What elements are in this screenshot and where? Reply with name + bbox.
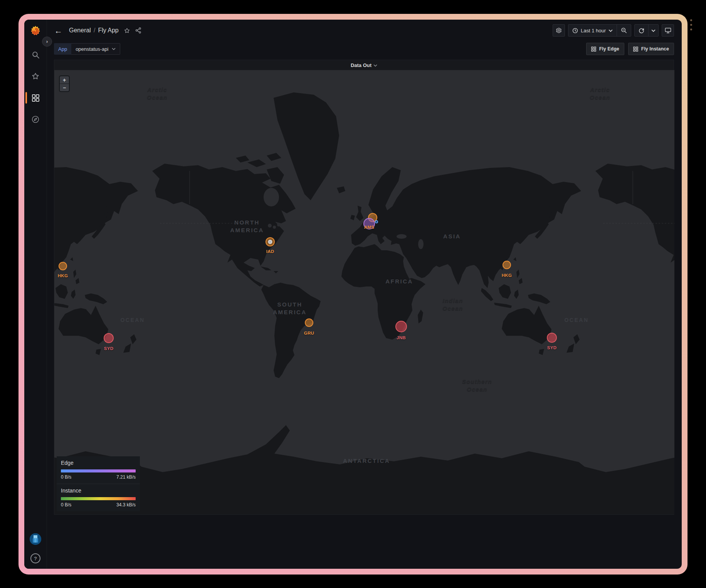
map-marker-syd[interactable] bbox=[104, 333, 114, 343]
legend-min: 0 B/s bbox=[61, 474, 71, 480]
sidebar-item-search[interactable] bbox=[24, 50, 47, 60]
map-legend: Edge0 B/s7.21 kB/sInstance0 B/s34.3 kB/s bbox=[57, 456, 140, 511]
map-marker-ams[interactable] bbox=[363, 218, 375, 230]
map-marker-iad[interactable] bbox=[266, 237, 275, 246]
map-marker[interactable] bbox=[375, 220, 378, 223]
legend-gradient-bar bbox=[61, 497, 136, 500]
breadcrumb-dashboard[interactable]: Fly App bbox=[98, 27, 118, 34]
sidebar-item-explore[interactable] bbox=[24, 114, 47, 124]
compass-icon bbox=[31, 115, 40, 124]
fly-edge-button[interactable]: Fly Edge bbox=[586, 43, 624, 55]
top-navbar: ← General / Fly App bbox=[47, 20, 682, 41]
legend-max: 7.21 kB/s bbox=[116, 474, 136, 480]
time-range-picker[interactable]: Last 1 hour bbox=[568, 25, 617, 36]
tv-mode-button[interactable] bbox=[662, 24, 674, 37]
legend-range: 0 B/s7.21 kB/s bbox=[61, 474, 136, 480]
fly-instance-label: Fly Instance bbox=[641, 46, 669, 52]
help-glyph: ? bbox=[34, 556, 37, 561]
panel-title: Data Out bbox=[351, 62, 371, 68]
clock-icon bbox=[572, 28, 578, 34]
time-range-label: Last 1 hour bbox=[581, 28, 606, 34]
map-marker-syd[interactable] bbox=[547, 333, 557, 343]
legend-title: Edge bbox=[61, 460, 136, 466]
window-frame: › bbox=[18, 14, 688, 575]
sidebar-item-dashboards[interactable] bbox=[24, 93, 47, 103]
legend-range: 0 B/s34.3 kB/s bbox=[61, 502, 136, 508]
grafana-logo-icon[interactable] bbox=[30, 25, 41, 37]
geomap-panel: Data Out bbox=[54, 60, 674, 515]
app-variable-value: openstatus-api bbox=[76, 46, 108, 52]
legend-title: Instance bbox=[61, 487, 136, 494]
refresh-group bbox=[634, 24, 659, 37]
map-marker-inner-dot bbox=[268, 240, 272, 244]
sidebar-item-starred[interactable] bbox=[24, 71, 47, 81]
sidebar: › bbox=[24, 20, 47, 569]
refresh-interval-dropdown[interactable] bbox=[649, 25, 658, 36]
chevron-down-icon bbox=[112, 48, 116, 50]
dashboards-grid-icon bbox=[32, 94, 40, 102]
app-variable-value-dropdown[interactable]: openstatus-api bbox=[71, 43, 120, 55]
apps-grid-icon bbox=[633, 47, 638, 52]
dashboard-settings-button[interactable] bbox=[553, 24, 565, 37]
user-avatar[interactable] bbox=[30, 533, 41, 545]
zoom-out-time-button[interactable] bbox=[617, 25, 631, 36]
app-variable-label[interactable]: App bbox=[54, 43, 71, 55]
breadcrumb: General / Fly App bbox=[69, 27, 119, 34]
legend-max: 34.3 kB/s bbox=[116, 502, 136, 508]
panel-header[interactable]: Data Out bbox=[54, 60, 674, 70]
refresh-button[interactable] bbox=[635, 25, 648, 36]
breadcrumb-separator: / bbox=[94, 27, 95, 34]
search-icon bbox=[32, 51, 40, 59]
sidebar-expand-button[interactable]: › bbox=[42, 37, 52, 47]
variables-bar: App openstatus-api Fly Edg bbox=[47, 41, 682, 57]
time-picker-group: Last 1 hour bbox=[568, 24, 631, 37]
zoom-out-button[interactable]: − bbox=[60, 84, 69, 91]
chevron-down-icon bbox=[609, 29, 613, 32]
legend-min: 0 B/s bbox=[61, 502, 71, 508]
back-arrow-button[interactable]: ← bbox=[53, 26, 64, 35]
star-icon bbox=[31, 72, 40, 80]
wallpaper-dots bbox=[690, 19, 692, 30]
refresh-icon bbox=[639, 28, 644, 34]
breadcrumb-folder[interactable]: General bbox=[69, 27, 91, 34]
legend-gradient-bar bbox=[61, 469, 136, 472]
map-zoom-control: + − bbox=[59, 75, 70, 92]
magnifier-minus-icon bbox=[621, 27, 627, 34]
app-variable: App openstatus-api bbox=[54, 43, 120, 55]
chevron-down-icon bbox=[373, 64, 377, 67]
chevron-down-icon bbox=[651, 29, 656, 32]
fly-instance-button[interactable]: Fly Instance bbox=[628, 43, 674, 55]
favorite-star-icon[interactable] bbox=[124, 27, 130, 34]
map-marker-hkg[interactable] bbox=[59, 262, 67, 270]
main-content: ← General / Fly App bbox=[47, 20, 682, 569]
map-marker-jnb[interactable] bbox=[395, 321, 407, 332]
grafana-app: › bbox=[24, 20, 682, 569]
map-marker-gru[interactable] bbox=[305, 318, 313, 327]
map-marker-hkg[interactable] bbox=[503, 261, 511, 269]
monitor-icon bbox=[665, 27, 671, 34]
geomap-canvas[interactable]: + − Edge0 B/s7.21 kB/sInstance0 B/s34.3 … bbox=[54, 70, 674, 514]
legend-section-edge: Edge0 B/s7.21 kB/s bbox=[57, 456, 140, 484]
apps-grid-icon bbox=[591, 47, 596, 52]
world-basemap bbox=[54, 70, 674, 514]
zoom-in-button[interactable]: + bbox=[60, 76, 69, 84]
gear-icon bbox=[556, 27, 562, 34]
legend-section-instance: Instance0 B/s34.3 kB/s bbox=[57, 484, 140, 511]
fly-edge-label: Fly Edge bbox=[599, 46, 619, 52]
help-icon[interactable]: ? bbox=[30, 553, 40, 563]
share-icon[interactable] bbox=[135, 27, 141, 34]
